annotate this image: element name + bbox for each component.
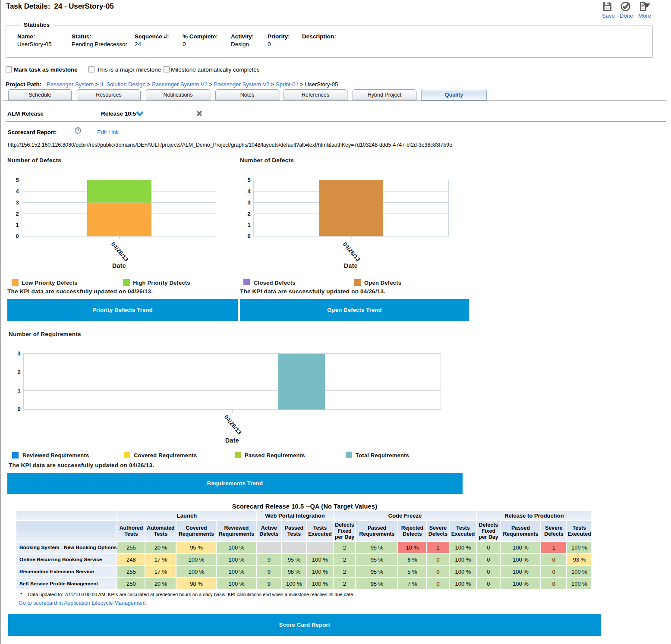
svg-text:1: 1 [16,222,19,228]
svg-text:0: 0 [247,233,251,239]
svg-text:5: 5 [16,177,19,183]
svg-text:4: 4 [16,188,19,195]
svg-text:04/26/13: 04/26/13 [223,414,243,436]
svg-text:3: 3 [17,350,21,357]
svg-text:3: 3 [247,199,251,206]
svg-text:1: 1 [17,387,21,394]
svg-text:0: 0 [17,406,21,412]
svg-text:Date: Date [112,262,126,269]
svg-text:2: 2 [247,210,251,217]
svg-text:4: 4 [247,188,251,195]
svg-text:1: 1 [247,222,251,228]
svg-text:2: 2 [17,369,21,375]
svg-text:2: 2 [16,210,19,217]
svg-text:04/26/13: 04/26/13 [110,241,130,263]
svg-text:Date: Date [344,262,358,269]
svg-text:Date: Date [225,437,239,444]
svg-text:5: 5 [247,177,251,183]
svg-text:3: 3 [16,199,19,206]
svg-text:04/26/13: 04/26/13 [342,241,362,263]
svg-text:0: 0 [16,233,19,239]
